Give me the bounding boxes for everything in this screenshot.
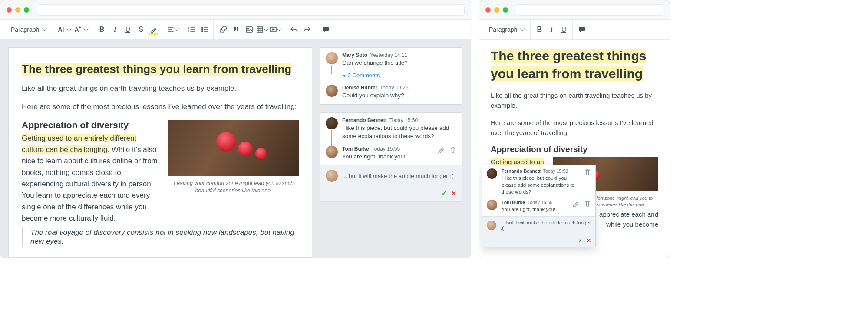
svg-point-3: [202, 27, 203, 28]
redo-button[interactable]: [300, 23, 313, 36]
close-icon[interactable]: [485, 7, 491, 13]
edit-icon[interactable]: [572, 200, 579, 207]
ordered-list-icon: 123: [188, 26, 195, 33]
address-bar[interactable]: [37, 4, 465, 16]
chevron-down-icon: [67, 26, 72, 31]
figure: Leaving your comfort zone might lead you…: [168, 120, 299, 224]
article-image[interactable]: [168, 120, 299, 176]
body-paragraph: Getting used to an entirely different cu…: [22, 133, 158, 224]
minimize-icon[interactable]: [15, 7, 20, 13]
svg-point-5: [202, 31, 203, 32]
reply-actions: ✓ ✕: [320, 186, 462, 201]
image-caption: Leaving your comfort zone might lead you…: [168, 180, 299, 195]
reply-input-row: ... but it will make the article much lo…: [482, 216, 595, 234]
intro-paragraph: Here are some of the most precious lesso…: [22, 101, 299, 112]
submit-reply-button[interactable]: ✓: [442, 190, 447, 197]
font-size-label: A±: [74, 26, 81, 33]
lead-paragraph: Like all the great things on earth trave…: [491, 90, 658, 111]
underline-button[interactable]: U: [558, 23, 570, 36]
link-icon: [219, 26, 227, 33]
bullet-list-button[interactable]: [198, 23, 211, 36]
comments-sidebar: Mary SotoYesterday 14:11 Can we change t…: [320, 47, 463, 258]
cancel-reply-button[interactable]: ✕: [451, 190, 456, 197]
font-family-select[interactable]: AI: [56, 23, 73, 36]
comment-text: Could you explain why?: [342, 92, 409, 100]
table-icon: [256, 26, 264, 33]
minimize-icon[interactable]: [494, 7, 499, 13]
chevron-down-icon: [264, 26, 268, 31]
comment-button[interactable]: [575, 23, 587, 36]
trash-icon[interactable]: [584, 200, 591, 207]
underline-button[interactable]: U: [121, 23, 134, 36]
comment-text: You are right, thank you!: [342, 153, 433, 161]
font-family-label: AI: [58, 26, 64, 33]
strikethrough-button[interactable]: S: [134, 23, 147, 36]
section-heading: Appreciation of diversity: [491, 145, 658, 154]
cancel-reply-button[interactable]: ✕: [587, 237, 591, 244]
comment-thread[interactable]: Fernando BennettToday 15:50 I like this …: [320, 112, 462, 202]
undo-icon: [290, 26, 297, 33]
avatar: [487, 221, 496, 230]
svg-point-4: [202, 29, 203, 30]
highlight-button[interactable]: [147, 23, 160, 36]
edit-icon[interactable]: [437, 146, 445, 153]
address-bar[interactable]: [516, 4, 663, 16]
comment-meta: Toni BurkeToday 15:55: [342, 146, 433, 152]
blockquote-button[interactable]: [229, 23, 242, 36]
pen-icon: [150, 26, 158, 33]
comment-button[interactable]: [319, 23, 332, 36]
link-button[interactable]: [216, 23, 229, 36]
align-button[interactable]: [166, 23, 179, 36]
table-button[interactable]: [255, 23, 268, 36]
intro-paragraph: Here are some of the most precious lesso…: [491, 118, 658, 138]
chevron-down-icon: [520, 26, 525, 31]
comment-text: Can we change this title?: [342, 59, 408, 67]
reply-draft-text[interactable]: ... but it will make the article much lo…: [342, 173, 456, 179]
font-size-select[interactable]: A±: [73, 23, 89, 36]
submit-reply-button[interactable]: ✓: [578, 237, 582, 244]
block-style-label: Paragraph: [11, 26, 39, 33]
italic-button[interactable]: I: [545, 23, 558, 36]
comment-icon: [322, 26, 329, 33]
bold-button[interactable]: B: [95, 23, 108, 36]
image-button[interactable]: [242, 23, 255, 36]
comment-text: I like this piece, but could you please …: [502, 175, 579, 195]
editor-canvas: The three greatest things you learn from…: [0, 40, 471, 258]
editor-toolbar: Paragraph B I U: [479, 20, 670, 40]
comment-thread[interactable]: Mary SotoYesterday 14:11 Can we change t…: [320, 47, 462, 105]
page-title: The three greatest things you learn from…: [491, 49, 646, 81]
undo-button[interactable]: [287, 23, 300, 36]
document-page[interactable]: The three greatest things you learn from…: [479, 40, 670, 258]
editor-window-desktop: Paragraph AI A± B I U S: [0, 0, 471, 258]
editor-toolbar: Paragraph AI A± B I U S: [0, 20, 471, 40]
trash-icon[interactable]: [584, 168, 591, 176]
maximize-icon[interactable]: [24, 7, 29, 13]
redo-icon: [303, 26, 310, 33]
block-style-label: Paragraph: [489, 26, 517, 33]
chevron-down-icon: [42, 26, 47, 31]
comment-meta: Fernando BennettToday 15:50: [502, 168, 579, 174]
image-icon: [245, 26, 253, 33]
close-icon[interactable]: [7, 7, 12, 13]
italic-button[interactable]: I: [108, 23, 121, 36]
comment-meta: Fernando BennettToday 15:50: [342, 117, 456, 123]
reply-input-row: ... but it will make the article much lo…: [320, 165, 462, 186]
comment-meta: Denise HunterToday 09:25: [342, 85, 409, 91]
bold-button[interactable]: B: [533, 23, 545, 36]
chevron-down-icon: [277, 26, 281, 31]
document-page[interactable]: The three greatest things you learn from…: [8, 47, 312, 258]
trash-icon[interactable]: [449, 146, 456, 153]
avatar: [487, 168, 497, 179]
svg-rect-8: [257, 27, 263, 32]
svg-text:3: 3: [188, 30, 190, 33]
block-style-select[interactable]: Paragraph: [7, 23, 50, 36]
toggle-replies-link[interactable]: 2 Comments: [342, 72, 380, 79]
bullet-list-icon: [201, 26, 208, 33]
reply-draft-text[interactable]: ... but it will make the article much lo…: [501, 220, 591, 231]
block-style-select[interactable]: Paragraph: [485, 23, 528, 36]
numbered-list-button[interactable]: 123: [185, 23, 198, 36]
media-button[interactable]: [268, 23, 281, 36]
avatar: [326, 52, 338, 64]
maximize-icon[interactable]: [503, 7, 508, 13]
comment-popup[interactable]: Fernando BennettToday 15:50 I like this …: [482, 165, 596, 247]
